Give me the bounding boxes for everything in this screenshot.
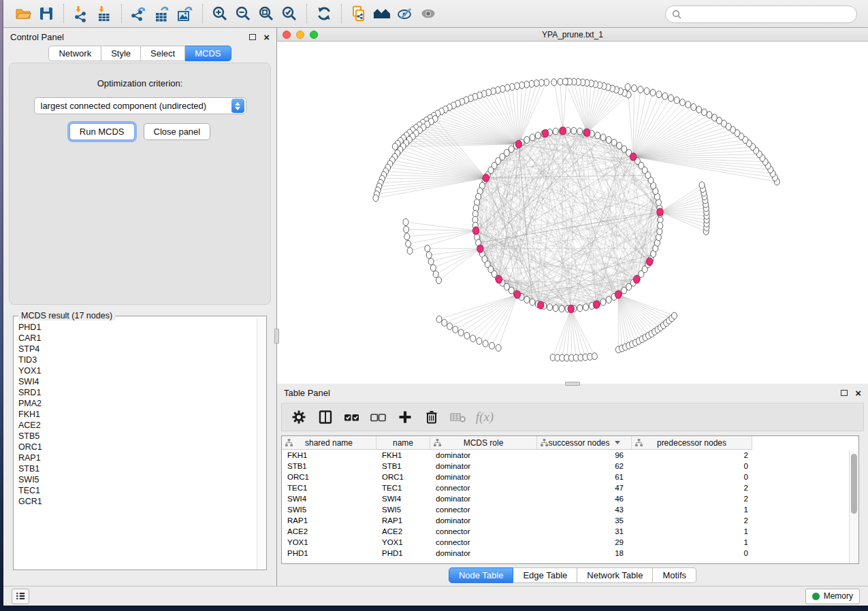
mcds-result-item[interactable]: STP4 — [18, 344, 257, 354]
run-mcds-button[interactable]: Run MCDS — [69, 123, 135, 140]
mcds-result-item[interactable]: TID3 — [18, 354, 257, 365]
network-node[interactable] — [571, 127, 577, 134]
network-node[interactable] — [625, 84, 630, 90]
network-node[interactable] — [656, 91, 662, 98]
network-node[interactable] — [583, 304, 589, 311]
network-node[interactable] — [535, 132, 541, 139]
dominator-node[interactable] — [657, 208, 663, 216]
mcds-result-item[interactable]: YOX1 — [18, 365, 257, 376]
mcds-result-item[interactable]: FKH1 — [18, 409, 257, 420]
dominator-node[interactable] — [543, 129, 549, 137]
zoom-fit-icon[interactable] — [255, 3, 278, 24]
select-all-icon[interactable] — [342, 407, 362, 427]
mcds-result-item[interactable]: RAP1 — [18, 452, 257, 463]
column-header-mcds-role[interactable]: MCDS role — [430, 436, 537, 450]
network-node[interactable] — [658, 222, 663, 229]
network-node[interactable] — [404, 226, 409, 233]
tab-select[interactable]: Select — [141, 46, 185, 61]
dominator-node[interactable] — [515, 140, 521, 148]
task-history-button[interactable] — [12, 589, 29, 604]
horizontal-splitter-handle[interactable] — [565, 382, 580, 386]
dominator-node[interactable] — [593, 301, 599, 308]
column-selector-icon[interactable] — [315, 407, 336, 427]
dominator-node[interactable] — [477, 245, 483, 252]
dominator-node[interactable] — [538, 301, 544, 309]
mcds-result-item[interactable]: STB1 — [18, 463, 257, 474]
network-node[interactable] — [672, 312, 677, 319]
network-node[interactable] — [406, 240, 411, 247]
copy-share-icon[interactable] — [347, 3, 370, 24]
network-node[interactable] — [392, 143, 398, 150]
network-node[interactable] — [428, 258, 434, 265]
network-node[interactable] — [553, 305, 558, 312]
network-node[interactable] — [558, 78, 563, 85]
mcds-result-item[interactable]: SWI5 — [18, 474, 257, 485]
mcds-result-item[interactable]: PMA2 — [18, 398, 257, 409]
mcds-list-scrollbar[interactable] — [257, 317, 266, 569]
search-input[interactable] — [686, 10, 856, 20]
network-node[interactable] — [674, 97, 679, 103]
mcds-result-item[interactable]: ACE2 — [18, 420, 257, 431]
refresh-view-icon[interactable] — [312, 3, 336, 24]
zoom-in-icon[interactable] — [208, 3, 231, 24]
float-panel-icon[interactable] — [841, 390, 848, 396]
column-header-successor-nodes[interactable]: successor nodes — [537, 436, 632, 450]
network-node[interactable] — [529, 80, 534, 87]
network-node[interactable] — [553, 128, 558, 135]
network-canvas[interactable] — [277, 42, 868, 384]
network-node[interactable] — [577, 128, 583, 135]
zoom-selected-icon[interactable] — [278, 3, 301, 24]
network-node[interactable] — [524, 137, 530, 144]
network-node[interactable] — [470, 335, 476, 342]
network-node[interactable] — [686, 101, 691, 108]
network-node[interactable] — [595, 132, 600, 139]
hide-selected-icon[interactable] — [393, 3, 417, 24]
dominator-node[interactable] — [634, 276, 640, 283]
tab-network-table[interactable]: Network Table — [577, 567, 653, 583]
save-session-icon[interactable] — [35, 3, 58, 24]
network-node[interactable] — [669, 95, 674, 101]
dominator-node[interactable] — [615, 291, 622, 298]
tab-mcds[interactable]: MCDS — [185, 46, 231, 61]
network-node[interactable] — [547, 304, 553, 311]
float-panel-icon[interactable] — [249, 34, 256, 40]
export-image-icon[interactable] — [174, 3, 197, 24]
network-node[interactable] — [711, 114, 717, 121]
home-first-neighbors-icon[interactable] — [370, 3, 393, 24]
network-node[interactable] — [477, 337, 482, 344]
network-node[interactable] — [519, 82, 525, 88]
network-node[interactable] — [453, 326, 458, 333]
network-node[interactable] — [464, 332, 470, 339]
network-node[interactable] — [702, 109, 707, 116]
network-node[interactable] — [483, 340, 488, 347]
dominator-node[interactable] — [496, 276, 502, 283]
delete-row-icon[interactable] — [421, 407, 442, 427]
network-node[interactable] — [707, 112, 712, 118]
network-node[interactable] — [699, 182, 705, 188]
show-all-icon[interactable] — [417, 3, 440, 24]
import-table-icon[interactable] — [93, 3, 116, 24]
network-node[interactable] — [373, 195, 379, 201]
network-node[interactable] — [680, 99, 686, 106]
table-scrollbar-thumb[interactable] — [851, 454, 857, 514]
network-node[interactable] — [404, 233, 410, 240]
deselect-all-icon[interactable] — [368, 407, 389, 427]
network-node[interactable] — [662, 93, 668, 99]
settings-gear-icon[interactable] — [289, 407, 309, 427]
import-network-icon[interactable] — [69, 3, 93, 24]
dominator-node[interactable] — [560, 127, 566, 135]
network-node[interactable] — [530, 134, 535, 141]
close-panel-button[interactable]: Close panel — [144, 123, 211, 140]
zoom-out-icon[interactable] — [231, 3, 255, 24]
column-header-shared-name[interactable]: shared name — [282, 436, 376, 450]
tab-network[interactable]: Network — [48, 46, 101, 61]
memory-button[interactable]: Memory — [805, 589, 860, 604]
network-node[interactable] — [638, 86, 643, 93]
search-field[interactable] — [665, 5, 857, 23]
dominator-node[interactable] — [584, 129, 590, 136]
mcds-result-item[interactable]: SWI4 — [18, 376, 257, 387]
network-node[interactable] — [559, 306, 564, 312]
mcds-result-item[interactable]: SRD1 — [18, 387, 257, 398]
network-node[interactable] — [600, 299, 606, 306]
network-node[interactable] — [606, 297, 611, 303]
